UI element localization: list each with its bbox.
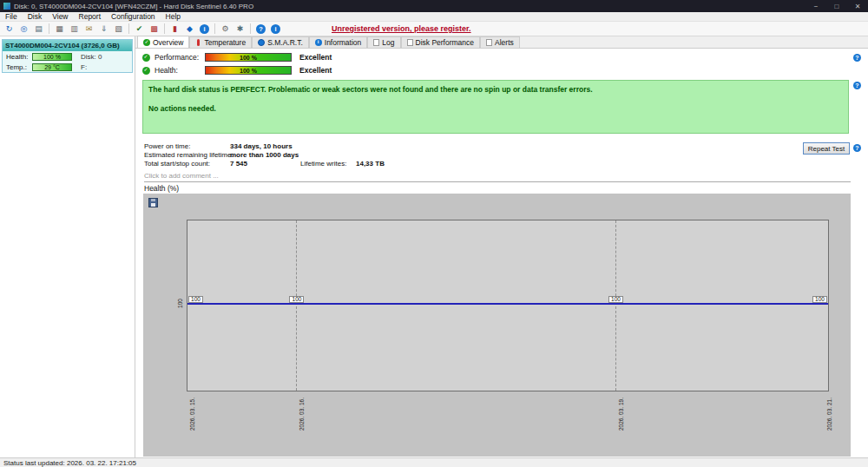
maximize-button[interactable]: □ bbox=[826, 0, 847, 12]
tab-temperature[interactable]: Temperature bbox=[189, 36, 252, 48]
help-icon[interactable]: ? bbox=[853, 82, 861, 89]
x-axis-label: 2026. 03. 16. bbox=[299, 398, 305, 431]
start-stop-label: Total start/stop count: bbox=[144, 160, 210, 168]
menu-configuration[interactable]: Configuration bbox=[106, 12, 161, 21]
help-icon[interactable]: ? bbox=[853, 54, 861, 62]
save-chart-icon[interactable] bbox=[148, 198, 158, 207]
chart-title: Health (%) bbox=[144, 184, 179, 193]
health-chart-plot: 100 100 100 100 100 2026. 03. 15. 2026. … bbox=[187, 220, 829, 391]
drive-letter: F: bbox=[81, 63, 87, 71]
thermometer-icon bbox=[197, 39, 200, 46]
disk-title[interactable]: ST4000DM004-2CV104 (3726,0 GB) bbox=[3, 40, 132, 51]
point-value-label: 100 bbox=[289, 296, 304, 303]
menu-disk[interactable]: Disk bbox=[23, 12, 48, 21]
close-button[interactable]: ✕ bbox=[847, 0, 868, 12]
menu-bar: File Disk View Report Configuration Help bbox=[0, 12, 868, 22]
info-circle-icon bbox=[315, 39, 322, 46]
report-wizard-icon[interactable]: ▦ bbox=[53, 23, 66, 35]
tab-smart[interactable]: S.M.A.R.T. bbox=[252, 36, 309, 48]
tab-alerts[interactable]: Alerts bbox=[480, 36, 520, 48]
health-series-line bbox=[187, 303, 828, 305]
tab-label: Temperature bbox=[204, 38, 246, 47]
menu-report[interactable]: Report bbox=[74, 12, 107, 21]
vertical-gridline bbox=[615, 220, 616, 391]
app-window: Disk: 0, ST4000DM004-2CV104 [WFN42CZM] -… bbox=[0, 0, 868, 467]
disk-temp-label: Temp.: bbox=[6, 63, 32, 71]
tab-label: Alerts bbox=[495, 38, 514, 47]
performance-row: Performance: 100 % Excellent bbox=[142, 52, 332, 62]
tab-label: Log bbox=[382, 38, 394, 47]
temperature-icon[interactable]: ▮ bbox=[168, 23, 181, 35]
disk-temp-row: Temp.: 29 °C F: bbox=[3, 62, 132, 72]
start-stop-value: 7 545 bbox=[230, 160, 247, 168]
tab-label: Disk Performance bbox=[416, 38, 475, 47]
comment-field[interactable]: Click to add comment ... bbox=[144, 172, 851, 182]
remaining-lifetime-value: more than 1000 days bbox=[230, 151, 299, 159]
tab-label: S.M.A.R.T. bbox=[267, 38, 303, 47]
performance-rating: Excellent bbox=[299, 53, 332, 62]
power-on-value: 334 days, 10 hours bbox=[230, 142, 293, 150]
lifetime-writes-label: Lifetime writes: bbox=[300, 160, 346, 168]
tab-disk-performance[interactable]: Disk Performance bbox=[401, 36, 481, 48]
toolbar-separator bbox=[214, 23, 215, 34]
smart-icon[interactable]: ◆ bbox=[183, 23, 196, 35]
disk-menu-icon[interactable]: ▤ bbox=[32, 23, 45, 35]
window-controls: − □ ✕ bbox=[806, 0, 868, 12]
power-on-row: Power on time: 334 days, 10 hours bbox=[144, 142, 804, 150]
disk-health-row: Health: 100 % Disk: 0 bbox=[3, 51, 132, 62]
detect-disks-icon[interactable]: ◎ bbox=[17, 23, 30, 35]
register-link[interactable]: Unregistered version, please register. bbox=[332, 24, 471, 33]
help-icon[interactable]: ? bbox=[853, 144, 861, 152]
settings-icon[interactable]: ✱ bbox=[233, 23, 247, 35]
refresh-icon[interactable]: ↻ bbox=[3, 23, 16, 35]
toolbar-separator bbox=[128, 23, 129, 34]
about-icon[interactable]: i bbox=[271, 24, 280, 34]
text-report-icon[interactable]: ▧ bbox=[112, 23, 125, 35]
point-value-label: 100 bbox=[188, 296, 203, 303]
disk-temp-bar: 29 °C bbox=[32, 63, 72, 71]
menu-help[interactable]: Help bbox=[161, 12, 186, 21]
menu-file[interactable]: File bbox=[0, 12, 23, 21]
x-axis-label: 2026. 03. 15. bbox=[189, 398, 195, 431]
toolbar: ↻ ◎ ▤ ▦ ▥ ✉ ⇓ ▧ ✔ ▩ ▮ ◆ i ⚙ ✱ ? i Unregi… bbox=[0, 22, 868, 36]
disk-accepted-icon[interactable]: ✔ bbox=[133, 23, 146, 35]
title-bar: Disk: 0, ST4000DM004-2CV104 [WFN42CZM] -… bbox=[0, 0, 868, 12]
performance-bar: 100 % bbox=[205, 53, 292, 62]
x-axis-label: 2026. 03. 21. bbox=[826, 398, 832, 431]
window-title: Disk: 0, ST4000DM004-2CV104 [WFN42CZM] -… bbox=[14, 3, 253, 10]
health-row: Health: 100 % Excellent bbox=[142, 65, 332, 76]
surface-test-icon[interactable]: ▩ bbox=[148, 23, 161, 35]
menu-view[interactable]: View bbox=[47, 12, 73, 21]
information-icon[interactable]: i bbox=[200, 24, 209, 34]
repeat-test-button[interactable]: Repeat Test bbox=[803, 142, 850, 155]
disk-list-sidebar: ST4000DM004-2CV104 (3726,0 GB) Health: 1… bbox=[0, 36, 135, 457]
page-icon bbox=[407, 39, 413, 46]
tab-log[interactable]: Log bbox=[367, 36, 400, 48]
status-bar-text: Status last updated: 2026. 03. 22. 17:21… bbox=[3, 459, 136, 467]
preferences-icon[interactable]: ⚙ bbox=[219, 23, 232, 35]
page-icon bbox=[373, 39, 379, 46]
tab-label: Overview bbox=[153, 38, 183, 47]
main-panel: Overview Temperature S.M.A.R.T. Informat… bbox=[135, 36, 868, 457]
vertical-gridline bbox=[296, 220, 297, 391]
print-report-icon[interactable]: ▥ bbox=[68, 23, 81, 35]
disk-health-bar: 100 % bbox=[32, 53, 72, 61]
remaining-lifetime-label: Estimated remaining lifetime: bbox=[144, 151, 233, 159]
tab-information[interactable]: Information bbox=[309, 36, 368, 48]
point-value-label: 100 bbox=[608, 296, 623, 303]
app-icon bbox=[3, 3, 10, 10]
disk-list-item[interactable]: ST4000DM004-2CV104 (3726,0 GB) Health: 1… bbox=[2, 39, 133, 73]
email-report-icon[interactable]: ✉ bbox=[82, 23, 95, 35]
minimize-button[interactable]: − bbox=[806, 0, 826, 12]
point-value-label: 100 bbox=[812, 296, 827, 303]
status-bar: Status last updated: 2026. 03. 22. 17:21… bbox=[0, 457, 868, 467]
smart-disc-icon bbox=[258, 39, 265, 46]
y-axis-tick: 100 bbox=[177, 299, 183, 308]
help-icon[interactable]: ? bbox=[256, 24, 266, 34]
save-report-icon[interactable]: ⇓ bbox=[97, 23, 110, 35]
check-circle-icon bbox=[142, 54, 150, 62]
tab-overview[interactable]: Overview bbox=[137, 36, 189, 48]
health-bar: 100 % bbox=[205, 66, 292, 75]
disk-number: Disk: 0 bbox=[81, 53, 102, 61]
disk-health-label: Health: bbox=[6, 53, 32, 61]
